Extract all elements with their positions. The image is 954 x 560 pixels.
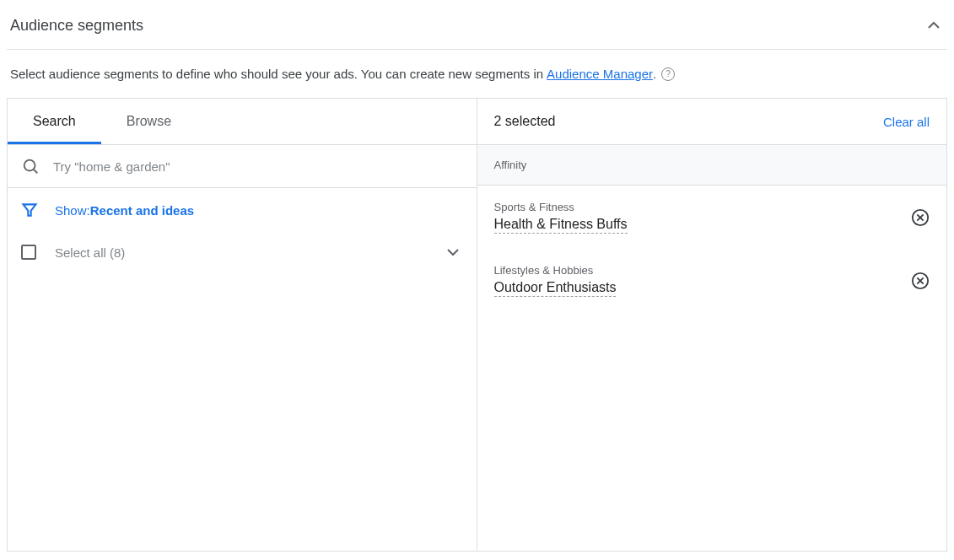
segments-panel: Search Browse Show: Recent and ideas S xyxy=(7,98,947,552)
filter-icon xyxy=(21,202,38,218)
filter-value: Recent and ideas xyxy=(90,203,194,218)
close-circle-icon xyxy=(911,208,930,227)
right-panel: 2 selected Clear all Affinity Sports & F… xyxy=(477,99,947,551)
collapse-button[interactable] xyxy=(924,15,944,35)
svg-line-1 xyxy=(34,170,38,174)
remove-item-button[interactable] xyxy=(911,272,930,290)
tab-browse[interactable]: Browse xyxy=(101,99,197,144)
category-header: Affinity xyxy=(477,145,947,186)
select-all-row[interactable]: Select all (8) xyxy=(8,232,477,272)
item-text: Lifestyles & Hobbies Outdoor Enthusiasts xyxy=(494,264,912,297)
selected-header: 2 selected Clear all xyxy=(477,99,947,145)
item-text: Sports & Fitness Health & Fitness Buffs xyxy=(494,201,912,234)
left-panel: Search Browse Show: Recent and ideas S xyxy=(8,99,477,551)
filter-label: Show: xyxy=(55,203,90,218)
description-text: Select audience segments to define who s… xyxy=(7,50,947,98)
item-name[interactable]: Outdoor Enthusiasts xyxy=(494,280,617,297)
item-category: Lifestyles & Hobbies xyxy=(494,264,912,277)
select-all-label: Select all (8) xyxy=(55,245,443,260)
search-icon xyxy=(21,157,40,175)
item-category: Sports & Fitness xyxy=(494,201,912,213)
svg-marker-2 xyxy=(24,204,36,215)
audience-manager-link[interactable]: Audience Manager xyxy=(547,67,653,81)
item-name[interactable]: Health & Fitness Buffs xyxy=(494,217,628,234)
chevron-down-icon[interactable] xyxy=(443,242,463,262)
close-circle-icon xyxy=(911,272,930,290)
select-all-checkbox[interactable] xyxy=(21,245,36,260)
tabs: Search Browse xyxy=(8,99,477,145)
remove-item-button[interactable] xyxy=(911,208,930,227)
help-icon[interactable]: ? xyxy=(661,67,675,81)
search-row xyxy=(8,145,477,188)
chevron-up-icon xyxy=(924,15,944,35)
section-title: Audience segments xyxy=(10,17,143,35)
section-header: Audience segments xyxy=(7,7,947,50)
selected-item: Lifestyles & Hobbies Outdoor Enthusiasts xyxy=(477,249,947,312)
filter-row[interactable]: Show: Recent and ideas xyxy=(8,188,477,232)
tab-search[interactable]: Search xyxy=(8,99,101,144)
selected-count: 2 selected xyxy=(494,114,556,129)
clear-all-button[interactable]: Clear all xyxy=(883,115,930,129)
selected-item: Sports & Fitness Health & Fitness Buffs xyxy=(477,186,947,249)
svg-point-0 xyxy=(24,160,35,171)
search-input[interactable] xyxy=(53,159,463,174)
